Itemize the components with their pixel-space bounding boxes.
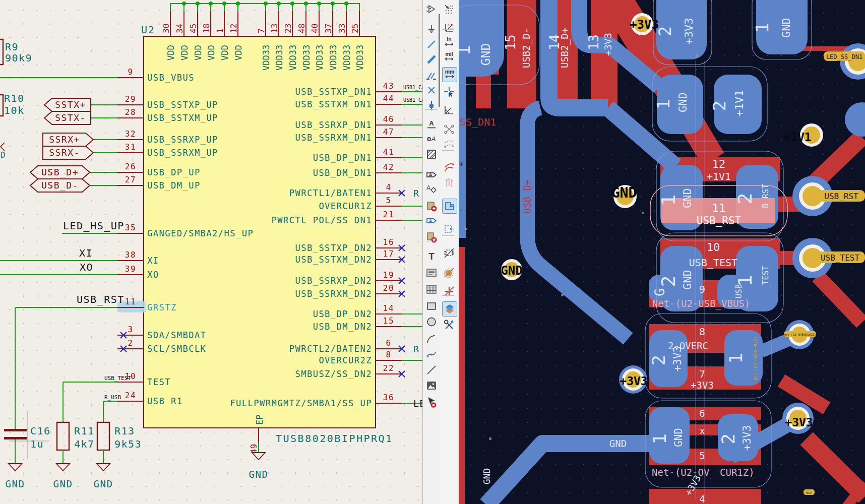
zone-display-mode-button[interactable] (442, 266, 456, 280)
add-power-port-button[interactable] (424, 22, 439, 36)
add-wire-button[interactable] (424, 37, 439, 51)
units-inches-button[interactable]: in (442, 35, 456, 49)
curved-ratsnest-button[interactable] (442, 160, 456, 174)
toolbar-separator (425, 109, 437, 110)
constrain-angle-button[interactable] (442, 103, 456, 117)
add-bezier-button[interactable] (424, 347, 439, 361)
capacitor-plate[interactable] (4, 437, 27, 439)
pcb-label: 2 (718, 433, 738, 445)
add-hierarchical-label-button[interactable]: A (424, 168, 439, 182)
show-pad-clearance-button[interactable] (442, 176, 456, 190)
resistor-value: 9k53 (114, 438, 142, 450)
gnd-symbol[interactable] (9, 464, 22, 471)
trace-usb-dplus[interactable] (527, 108, 628, 339)
pin-number: 24 (125, 391, 136, 400)
pin-number: 47 (383, 127, 394, 137)
schematic-canvas[interactable]: U2TUSB8020BIPHPRQ130VDD34VDD45VDD18VDD1V… (0, 0, 422, 504)
net-label: USB1_CAP (403, 85, 422, 91)
pin-number: 7 (257, 28, 266, 33)
u2-reference: U2 (141, 24, 155, 36)
layer-tools-icon (443, 319, 455, 331)
add-global-label-button[interactable]: A (424, 131, 439, 145)
layer-tools-button[interactable] (442, 318, 456, 332)
add-rectangle-button[interactable] (424, 299, 439, 313)
add-line-icon (425, 364, 438, 376)
add-bus-icon (425, 53, 438, 66)
scrollbar-thumb[interactable] (439, 14, 440, 107)
pin-name: VDD33 (301, 45, 312, 71)
pin-number: 29 (125, 94, 136, 104)
copper-trace[interactable] (818, 276, 862, 323)
pcb-canvas[interactable]: 1GND15USB2_D-14USB2_D+13+3V3+3V3SS_DN12+… (459, 0, 865, 504)
gnd-symbol[interactable] (56, 464, 70, 471)
resistor-body[interactable] (0, 95, 3, 116)
net-label[interactable]: R_USB (104, 394, 121, 401)
pin-name: VDD33 (274, 45, 284, 71)
net-label[interactable]: USB_RST (77, 293, 125, 305)
net-label[interactable]: XI (79, 247, 93, 259)
resistor-body[interactable] (97, 422, 109, 450)
import-sheet-pin-icon (425, 231, 438, 243)
cursor-style-button[interactable] (442, 85, 456, 99)
add-image-button[interactable] (424, 379, 439, 393)
pin-number: 5 (386, 196, 391, 205)
high-contrast-mode-button[interactable] (442, 301, 457, 317)
pin-name: OVERCUR2Z (319, 355, 372, 365)
add-sheet-button[interactable] (424, 199, 439, 213)
inactive-layer-display-button[interactable] (442, 284, 456, 298)
svg-text:A: A (429, 218, 432, 224)
add-circle-button[interactable] (424, 314, 439, 329)
add-sheet-pin-button[interactable]: A (424, 214, 439, 228)
capacitor-plate[interactable] (4, 429, 27, 431)
add-no-connect-button[interactable] (424, 83, 439, 97)
add-symbol-button[interactable] (424, 2, 439, 16)
anchor-marker (642, 212, 644, 214)
add-line-button[interactable] (424, 363, 439, 377)
interactive-delete-button[interactable] (424, 395, 439, 409)
polar-coordinates-button[interactable]: rθ (442, 20, 456, 34)
trace-gnd[interactable] (486, 444, 651, 504)
add-netclass-directive-button[interactable]: A (424, 182, 439, 196)
high-contrast-mode-icon (444, 303, 456, 315)
pin-number: 33 (337, 24, 347, 33)
interactive-delete-icon (425, 396, 438, 408)
add-netclass-directive-icon: A (425, 183, 438, 195)
hide-ratsnest-button[interactable] (442, 137, 456, 151)
pin-number: 21 (383, 210, 394, 219)
pin-number: 27 (125, 175, 136, 184)
pin-number: 43 (383, 81, 394, 91)
units-mm-button[interactable]: mm (442, 67, 457, 82)
units-mils-icon: mil (443, 51, 455, 63)
footprint-display-mode-button[interactable] (442, 246, 456, 260)
resistor-ref: R11 (74, 425, 95, 437)
net-label[interactable]: XO (80, 261, 93, 273)
pcb-label: + (459, 160, 463, 168)
pin-number: 39 (125, 264, 136, 274)
add-bus-button[interactable] (424, 52, 439, 67)
pad-display-mode-button[interactable] (442, 199, 457, 214)
add-text-box-button[interactable] (424, 266, 439, 280)
pin-name: PWRCTL_POL/SS_DN1 (272, 215, 373, 225)
toggle-grid-button[interactable] (442, 2, 456, 16)
net-label[interactable]: LED_HS_UP (63, 220, 125, 232)
add-net-label-button[interactable]: A (424, 117, 439, 132)
add-text-button[interactable]: T (424, 249, 439, 264)
via-display-mode-button[interactable] (442, 222, 456, 236)
add-junction-button[interactable] (424, 99, 439, 113)
toolbar-separator (442, 295, 454, 296)
gnd-symbol[interactable] (97, 464, 110, 471)
pin-number: 32 (125, 129, 136, 139)
import-sheet-pin-button[interactable] (424, 230, 439, 244)
pcb-label: GND (681, 188, 694, 208)
show-ratsnest-button[interactable] (442, 122, 456, 136)
pin-name: OVERCUR1Z (319, 201, 372, 211)
net-label[interactable]: USB_TEST (104, 375, 131, 382)
add-sheet-pin-icon: A (425, 215, 438, 227)
add-bus-entry-button[interactable] (424, 68, 439, 82)
add-table-button[interactable] (424, 282, 439, 296)
units-inches-icon: in (443, 36, 455, 48)
resistor-body[interactable] (57, 422, 69, 450)
resistor-body[interactable] (0, 39, 3, 65)
units-mils-button[interactable]: mil (442, 50, 456, 64)
add-arc-button[interactable] (424, 333, 439, 347)
